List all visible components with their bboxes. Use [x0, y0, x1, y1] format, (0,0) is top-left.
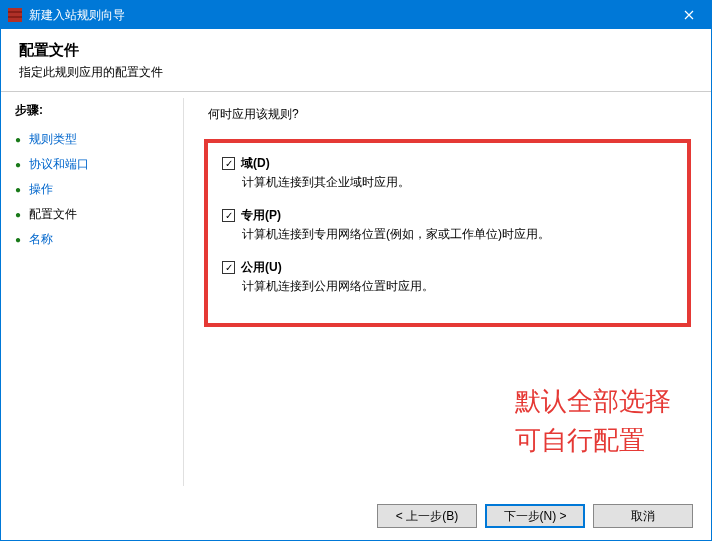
- annotation-line: 可自行配置: [515, 421, 671, 460]
- checkbox-private[interactable]: ✓: [222, 209, 235, 222]
- step-label: 操作: [29, 181, 53, 198]
- step-profile[interactable]: ● 配置文件: [15, 202, 183, 227]
- wizard-window: 新建入站规则向导 配置文件 指定此规则应用的配置文件 步骤: ● 规则类型 ● …: [0, 0, 712, 541]
- checkbox-domain[interactable]: ✓: [222, 157, 235, 170]
- steps-heading: 步骤:: [15, 102, 183, 119]
- annotation-text: 默认全部选择 可自行配置: [515, 382, 671, 460]
- cancel-button[interactable]: 取消: [593, 504, 693, 528]
- svg-rect-1: [8, 11, 22, 13]
- wizard-footer: < 上一步(B) 下一步(N) > 取消: [1, 492, 711, 540]
- step-label: 规则类型: [29, 131, 77, 148]
- option-label: 公用(U): [241, 259, 282, 276]
- firewall-icon: [7, 7, 23, 23]
- annotation-line: 默认全部选择: [515, 382, 671, 421]
- steps-sidebar: 步骤: ● 规则类型 ● 协议和端口 ● 操作 ● 配置文件 ● 名称: [1, 92, 183, 492]
- step-label: 配置文件: [29, 206, 77, 223]
- svg-rect-0: [8, 8, 22, 22]
- option-desc: 计算机连接到其企业域时应用。: [242, 174, 673, 191]
- wizard-content: 何时应用该规则? ✓ 域(D) 计算机连接到其企业域时应用。 ✓ 专用(P) 计…: [184, 92, 711, 492]
- svg-rect-2: [8, 16, 22, 18]
- page-title: 配置文件: [19, 41, 693, 60]
- bullet-icon: ●: [15, 134, 29, 145]
- option-private: ✓ 专用(P) 计算机连接到专用网络位置(例如，家或工作单位)时应用。: [222, 207, 673, 243]
- option-desc: 计算机连接到专用网络位置(例如，家或工作单位)时应用。: [242, 226, 673, 243]
- option-domain: ✓ 域(D) 计算机连接到其企业域时应用。: [222, 155, 673, 191]
- option-public: ✓ 公用(U) 计算机连接到公用网络位置时应用。: [222, 259, 673, 295]
- step-action[interactable]: ● 操作: [15, 177, 183, 202]
- wizard-header: 配置文件 指定此规则应用的配置文件: [1, 29, 711, 92]
- close-button[interactable]: [666, 1, 711, 29]
- wizard-body: 步骤: ● 规则类型 ● 协议和端口 ● 操作 ● 配置文件 ● 名称: [1, 92, 711, 492]
- titlebar: 新建入站规则向导: [1, 1, 711, 29]
- next-button[interactable]: 下一步(N) >: [485, 504, 585, 528]
- content-prompt: 何时应用该规则?: [208, 106, 693, 123]
- step-name[interactable]: ● 名称: [15, 227, 183, 252]
- option-desc: 计算机连接到公用网络位置时应用。: [242, 278, 673, 295]
- step-label: 协议和端口: [29, 156, 89, 173]
- option-label: 域(D): [241, 155, 270, 172]
- option-label: 专用(P): [241, 207, 281, 224]
- bullet-icon: ●: [15, 234, 29, 245]
- titlebar-text: 新建入站规则向导: [29, 7, 666, 24]
- options-highlight-box: ✓ 域(D) 计算机连接到其企业域时应用。 ✓ 专用(P) 计算机连接到专用网络…: [204, 139, 691, 327]
- step-protocol-port[interactable]: ● 协议和端口: [15, 152, 183, 177]
- page-subtitle: 指定此规则应用的配置文件: [19, 64, 693, 81]
- step-rule-type[interactable]: ● 规则类型: [15, 127, 183, 152]
- step-label: 名称: [29, 231, 53, 248]
- bullet-icon: ●: [15, 184, 29, 195]
- back-button[interactable]: < 上一步(B): [377, 504, 477, 528]
- checkbox-public[interactable]: ✓: [222, 261, 235, 274]
- bullet-icon: ●: [15, 209, 29, 220]
- bullet-icon: ●: [15, 159, 29, 170]
